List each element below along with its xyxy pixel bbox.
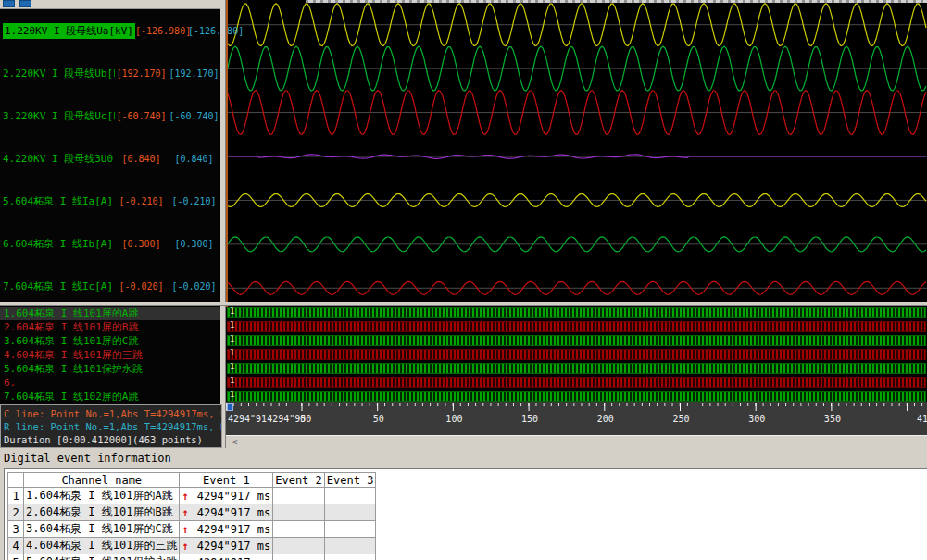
digital-state-bar[interactable]: 1: [227, 363, 926, 374]
digital-state-bar[interactable]: 1: [227, 307, 926, 318]
analog-channel-list: 1.220KV I 段母线Ua[kV][-126.980][-126.980]2…: [0, 0, 220, 307]
ruler-time-label: 200: [596, 414, 615, 424]
digital-state-value: 1: [230, 390, 234, 399]
scroll-left-arrow-icon[interactable]: <: [232, 436, 238, 448]
header-event2: Event 2: [273, 473, 325, 488]
c-cursor-value: [192.170]: [115, 68, 168, 79]
ruler-end-label: 41: [917, 414, 927, 424]
toolbar: [0, 0, 220, 9]
event-table-panel: Channel name Event 1 Event 2 Event 3 11.…: [4, 468, 927, 560]
event1-cell: ↑4294"917 ms: [180, 538, 273, 554]
digital-channel-row[interactable]: 4.604柘泉 I 线101屏的三跳: [0, 348, 220, 362]
toolbar-button-icon[interactable]: [19, 0, 31, 7]
event1-time: 4294"917 ms: [197, 506, 270, 519]
vertical-splitter[interactable]: [220, 0, 226, 448]
analog-channel-row[interactable]: 5.604柘泉 I 线Ia[A][-0.210][-0.210]: [0, 180, 220, 222]
cursor-status-panel: C line: Point No.=1,Abs T=4294917ms, Rel…: [0, 404, 222, 448]
row-number: 3: [8, 521, 24, 538]
event-table-row[interactable]: 44.604柘泉 I 线101屏的三跳↑4294"917 ms: [8, 538, 376, 554]
header-channel-name: Channel name: [24, 473, 180, 488]
c-cursor-status: C line: Point No.=1,Abs T=4294917ms, Rel…: [4, 407, 219, 420]
analog-channel-row[interactable]: 3.220KV I 段母线Uc[kV][-60.740][-60.740]: [0, 94, 220, 137]
ruler-time-label: 150: [520, 414, 539, 424]
row-number: 5: [8, 554, 24, 560]
row-number: 2: [8, 504, 24, 521]
digital-state-value: 1: [230, 320, 234, 330]
event3-cell: [324, 488, 376, 504]
digital-state-bar[interactable]: 1: [227, 335, 926, 346]
header-rownum: [8, 473, 24, 488]
digital-channel-row[interactable]: 2.604柘泉 I 线101屏的B跳: [0, 320, 220, 334]
analog-waveform-plot[interactable]: [226, 0, 927, 307]
ruler-time-label: 0: [294, 414, 312, 424]
digital-channel-row[interactable]: 7.604柘泉 I 线102屏的A跳: [0, 390, 220, 404]
event-table-row[interactable]: 22.604柘泉 I 线101屏的B跳↑4294"917 ms: [8, 504, 376, 521]
event2-cell: [273, 504, 325, 521]
event1-time: 4294"917 ms: [197, 540, 270, 553]
event3-cell: [324, 538, 376, 554]
titlebar-remnant: [306, 0, 927, 3]
digital-channel-row[interactable]: 1.604柘泉 I 线101屏的A跳: [0, 306, 220, 320]
cursor-marker[interactable]: [227, 403, 233, 411]
horizontal-splitter[interactable]: [0, 302, 927, 306]
digital-state-value: 1: [230, 362, 234, 371]
event2-cell: [273, 538, 325, 554]
channel-name-cell: 5.604柘泉 I 线101保护永跳: [24, 554, 180, 560]
r-cursor-value: [0.300]: [168, 239, 220, 249]
r-cursor-value: [-60.740]: [168, 111, 220, 121]
event-table-row[interactable]: 11.604柘泉 I 线101屏的A跳↑4294"917 ms: [8, 488, 376, 504]
event3-cell: [324, 504, 376, 521]
section-title: Digital event information: [4, 452, 171, 465]
digital-state-bar[interactable]: 1: [227, 349, 926, 360]
row-number: 1: [8, 488, 24, 504]
c-cursor-value: [0.300]: [115, 239, 168, 249]
channel-name-cell: 1.604柘泉 I 线101屏的A跳: [24, 488, 180, 504]
c-cursor-value: [0.840]: [115, 154, 168, 164]
toolbar-button-icon[interactable]: [3, 0, 15, 7]
analog-channel-label: 2.220KV I 段母线Ub[kV]: [3, 67, 115, 81]
rising-edge-arrow-icon: ↑: [182, 556, 188, 560]
r-cursor-status: R line: Point No.=1,Abs T=4294917ms, Rel…: [4, 420, 219, 433]
channel-name-cell: 2.604柘泉 I 线101屏的B跳: [24, 504, 180, 521]
c-cursor-value: [-0.020]: [115, 281, 168, 292]
horizontal-scrollbar[interactable]: <: [226, 435, 927, 448]
digital-state-bar[interactable]: 1: [227, 377, 926, 388]
r-cursor-value: [0.840]: [168, 154, 220, 164]
analog-channel-label: 4.220KV I 段母线3U0[kV]: [3, 152, 115, 166]
digital-channel-row[interactable]: 3.604柘泉 I 线101屏的C跳: [0, 334, 220, 348]
channel-name-cell: 4.604柘泉 I 线101屏的三跳: [24, 538, 180, 554]
channel-name-cell: 3.604柘泉 I 线101屏的C跳: [24, 521, 180, 538]
digital-waveform-plot[interactable]: 1111111: [226, 305, 927, 402]
event1-time: 4294"917 ms: [197, 556, 270, 560]
ruler-ticks: [226, 402, 927, 435]
analog-channel-row[interactable]: 6.604柘泉 I 线Ib[A][0.300][0.300]: [0, 222, 220, 265]
digital-state-value: 1: [230, 348, 234, 357]
ruler-time-label: 300: [747, 414, 766, 424]
event3-cell: [324, 554, 376, 560]
event1-cell: ↑4294"917 ms: [180, 554, 273, 560]
ruler-time-label: 350: [823, 414, 842, 424]
analog-channel-label: 1.220KV I 段母线Ua[kV]: [3, 23, 135, 39]
header-event3: Event 3: [324, 473, 376, 488]
digital-event-table: Channel name Event 1 Event 2 Event 3 11.…: [7, 472, 376, 560]
analog-channel-row[interactable]: 1.220KV I 段母线Ua[kV][-126.980][-126.980]: [0, 9, 220, 52]
c-cursor-value: [-0.210]: [115, 196, 168, 206]
digital-state-bar[interactable]: 1: [227, 321, 926, 332]
event3-cell: [324, 521, 376, 538]
digital-channel-row[interactable]: 6.: [0, 376, 220, 390]
analog-channel-row[interactable]: 4.220KV I 段母线3U0[kV][0.840][0.840]: [0, 137, 220, 180]
analog-channel-row[interactable]: 2.220KV I 段母线Ub[kV][192.170][192.170]: [0, 52, 220, 94]
event-table-row[interactable]: 33.604柘泉 I 线101屏的C跳↑4294"917 ms: [8, 521, 376, 538]
row-number: 4: [8, 538, 24, 554]
ruler-time-label: 100: [445, 414, 463, 424]
event-table-row[interactable]: 55.604柘泉 I 线101保护永跳↑4294"917 ms: [8, 554, 376, 560]
digital-state-bar[interactable]: 1: [227, 391, 926, 402]
rising-edge-arrow-icon: ↑: [182, 506, 188, 519]
digital-channel-row[interactable]: 5.604柘泉 I 线101保护永跳: [0, 362, 220, 376]
r-cursor-value: [192.170]: [168, 68, 220, 79]
event2-cell: [273, 554, 325, 560]
c-cursor-value: [-60.740]: [115, 111, 168, 121]
analog-channel-label: 7.604柘泉 I 线Ic[A]: [3, 280, 115, 293]
header-event1: Event 1: [180, 473, 273, 488]
cursor-line[interactable]: [226, 0, 228, 307]
